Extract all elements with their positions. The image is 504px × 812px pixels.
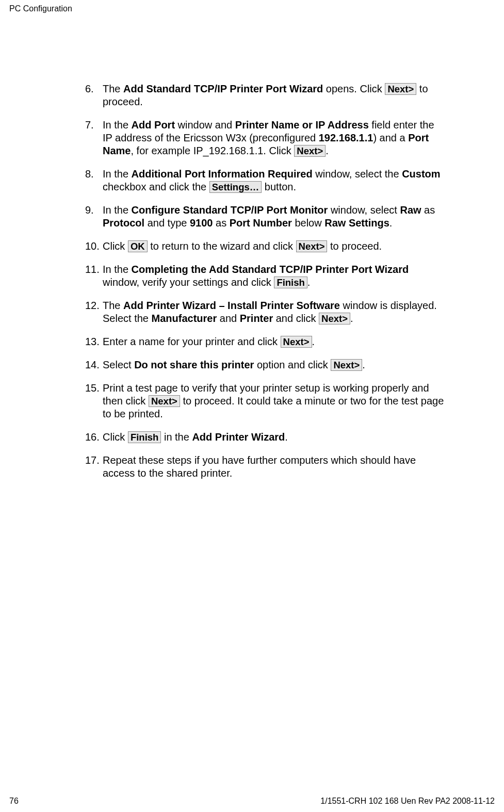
step-16: 16. Click Finish in the Add Printer Wiza…: [85, 431, 446, 444]
step-body: Enter a name for your printer and click …: [103, 335, 446, 348]
text: option and click: [254, 359, 331, 370]
text: checkbox and click the: [103, 181, 209, 192]
bold-text: Configure Standard TCP/IP Port Monitor: [132, 204, 328, 216]
text: Click: [103, 240, 128, 252]
text: window, select: [328, 204, 400, 216]
text: In the: [103, 264, 132, 275]
step-number: 9.: [85, 204, 103, 230]
next-button[interactable]: Next>: [319, 313, 350, 324]
text: window, verify your settings and click: [103, 277, 274, 288]
step-17: 17. Repeat these steps if you have furth…: [85, 454, 446, 480]
bold-text: Custom: [402, 168, 440, 180]
step-number: 13.: [85, 335, 103, 348]
text: and type: [144, 217, 190, 229]
step-10: 10. Click OK to return to the wizard and…: [85, 240, 446, 253]
bold-text: Printer Name or IP Address: [235, 119, 369, 131]
text: .: [350, 313, 353, 324]
step-6: 6. The Add Standard TCP/IP Printer Port …: [85, 83, 446, 108]
text: below: [292, 217, 324, 229]
step-13: 13. Enter a name for your printer and cl…: [85, 335, 446, 348]
page-header: PC Configuration: [9, 4, 72, 13]
text: Select: [103, 359, 134, 370]
page-footer: 76 1/1551-CRH 102 168 Uen Rev PA2 2008-1…: [9, 797, 495, 806]
settings-button[interactable]: Settings…: [209, 181, 262, 193]
bold-text: Do not share this printer: [134, 359, 254, 370]
step-body: In the Add Port window and Printer Name …: [103, 119, 446, 157]
text: The: [103, 300, 123, 311]
step-body: Repeat these steps if you have further c…: [103, 454, 446, 480]
next-button[interactable]: Next>: [296, 240, 328, 252]
step-body: In the Additional Port Information Requi…: [103, 168, 446, 193]
text: Enter a name for your printer and click: [103, 336, 281, 347]
text: In the: [103, 168, 132, 180]
step-number: 11.: [85, 263, 103, 289]
step-number: 8.: [85, 168, 103, 193]
text: window, select the: [313, 168, 402, 180]
step-body: Click OK to return to the wizard and cli…: [103, 240, 446, 253]
step-number: 15.: [85, 382, 103, 420]
text: and click: [273, 313, 319, 324]
finish-button[interactable]: Finish: [274, 277, 307, 288]
bold-text: Port Number: [230, 217, 292, 229]
step-12: 12. The Add Printer Wizard – Install Pri…: [85, 299, 446, 325]
ok-button[interactable]: OK: [128, 240, 148, 252]
text: .: [326, 145, 329, 156]
bold-text: Add Printer Wizard: [192, 431, 285, 443]
step-number: 14.: [85, 359, 103, 371]
next-button[interactable]: Next>: [331, 359, 362, 371]
text: Click: [103, 431, 128, 443]
step-9: 9. In the Configure Standard TCP/IP Port…: [85, 204, 446, 230]
step-body: Select Do not share this printer option …: [103, 359, 446, 371]
next-button[interactable]: Next>: [281, 336, 312, 348]
step-body: In the Configure Standard TCP/IP Port Mo…: [103, 204, 446, 230]
bold-text: 9100: [190, 217, 213, 229]
text: .: [389, 217, 393, 229]
step-15: 15. Print a test page to verify that you…: [85, 382, 446, 420]
step-number: 16.: [85, 431, 103, 444]
text: ) and a: [373, 132, 408, 143]
step-number: 6.: [85, 83, 103, 108]
text: .: [285, 431, 288, 443]
step-body: Click Finish in the Add Printer Wizard.: [103, 431, 446, 444]
document-reference: 1/1551-CRH 102 168 Uen Rev PA2 2008-11-1…: [320, 797, 495, 806]
text: In the: [103, 204, 132, 216]
text: to proceed.: [327, 240, 382, 252]
text: Repeat these steps if you have further c…: [103, 454, 416, 479]
step-number: 10.: [85, 240, 103, 253]
step-number: 17.: [85, 454, 103, 480]
text: window and: [175, 119, 235, 131]
text: to return to the wizard and click: [148, 240, 296, 252]
text: , for example IP_192.168.1.1. Click: [131, 145, 294, 156]
text: as: [213, 217, 229, 229]
step-number: 12.: [85, 299, 103, 325]
text: In the: [103, 119, 132, 131]
next-button[interactable]: Next>: [149, 395, 180, 407]
step-body: Print a test page to verify that your pr…: [103, 382, 446, 420]
bold-text: Raw: [400, 204, 421, 216]
step-14: 14. Select Do not share this printer opt…: [85, 359, 446, 371]
step-body: The Add Printer Wizard – Install Printer…: [103, 299, 446, 325]
bold-text: Raw Settings: [324, 217, 389, 229]
text: in the: [161, 431, 192, 443]
step-7: 7. In the Add Port window and Printer Na…: [85, 119, 446, 157]
text: .: [362, 359, 365, 370]
text: as: [421, 204, 435, 216]
bold-text: Completing the Add Standard TCP/IP Print…: [132, 264, 409, 275]
bold-text: Add Printer Wizard – Install Printer Sof…: [123, 300, 340, 311]
bold-text: 192.168.1.1: [319, 132, 373, 143]
next-button[interactable]: Next>: [294, 145, 326, 157]
step-number: 7.: [85, 119, 103, 157]
content-area: 6. The Add Standard TCP/IP Printer Port …: [85, 83, 446, 490]
page: PC Configuration 6. The Add Standard TCP…: [0, 0, 504, 812]
text: .: [307, 277, 311, 288]
step-11: 11. In the Completing the Add Standard T…: [85, 263, 446, 289]
text: The: [103, 83, 123, 94]
bold-text: Protocol: [103, 217, 144, 229]
next-button[interactable]: Next>: [385, 83, 416, 95]
step-body: In the Completing the Add Standard TCP/I…: [103, 263, 446, 289]
step-8: 8. In the Additional Port Information Re…: [85, 168, 446, 193]
finish-button[interactable]: Finish: [128, 431, 161, 443]
bold-text: Add Standard TCP/IP Printer Port Wizard: [123, 83, 323, 94]
step-body: The Add Standard TCP/IP Printer Port Wiz…: [103, 83, 446, 108]
bold-text: Printer: [240, 313, 273, 324]
